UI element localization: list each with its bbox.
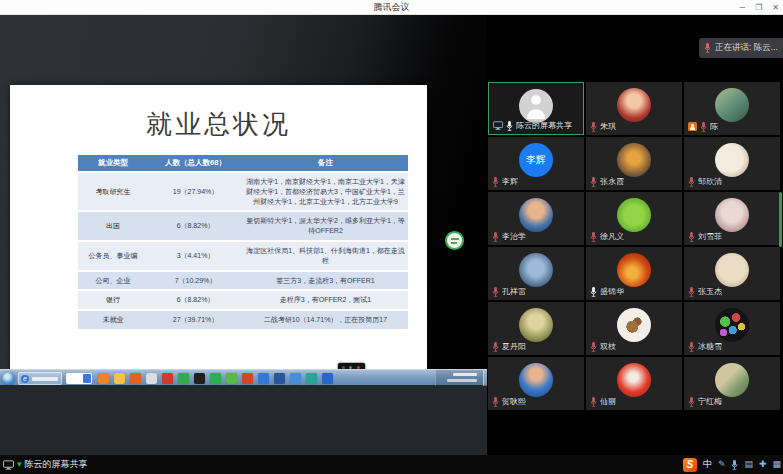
video-tile[interactable]: 陈 [684,82,780,135]
col-header-count: 人数（总人数68） [148,155,243,172]
participant-name: 盛锦华 [600,286,624,297]
participant-name: 张永霞 [600,176,624,187]
video-tile[interactable]: 孔祥雷 [488,247,584,300]
avatar [519,198,553,232]
avatar [519,308,553,342]
grid-scrollbar[interactable] [779,192,782,247]
video-tile[interactable]: 宁红梅 [684,357,780,410]
table-row: 公司、企业 7（10.29%） 签三方3，走流程3，有OFFER1 [78,271,408,291]
screen-share-status: ▾ 陈云的屏幕共享 [3,455,88,474]
mic-muted-icon [688,397,695,407]
maximize-button[interactable]: ❐ [755,0,762,15]
video-tile[interactable]: 朱琪 [586,82,682,135]
minimize-button[interactable]: ─ [739,0,745,15]
taskbar-search-box [66,373,92,384]
avatar [519,363,553,397]
title-bar: 腾讯会议 ─ ❐ ✕ [0,0,783,15]
monitor-icon [3,460,14,470]
mic-icon [704,43,711,53]
shared-windows-taskbar: e [0,369,487,385]
lang-mode-indicator[interactable]: 中 [703,458,712,471]
video-tile[interactable]: 双枝 [586,302,682,355]
taskbar-app-icons [98,373,333,384]
participant-name: 徐凡义 [600,231,624,242]
avatar [617,198,651,232]
col-header-type: 就业类型 [78,155,148,172]
ie-icon: e [21,375,29,383]
avatar: 李辉 [519,143,553,177]
participant-name: 陈 [710,121,718,132]
app-icon [226,373,237,384]
mic-muted-icon [688,232,695,242]
video-tile[interactable]: 邹欣清 [684,137,780,190]
app-icon [242,373,253,384]
app-icon [178,373,189,384]
video-tile[interactable]: 李治学 [488,192,584,245]
voice-input-icon[interactable] [731,460,738,470]
shared-screen-pane[interactable]: 就业总状况 就业类型 人数（总人数68） 备注 考取研究生 19（27.94%）… [0,15,487,455]
mic-muted-icon [492,177,499,187]
avatar [715,198,749,232]
mic-muted-icon [492,397,499,407]
mic-muted-icon [492,287,499,297]
sogou-logo-icon[interactable]: S [683,458,697,472]
avatar [715,308,749,342]
mic-muted-icon [590,342,597,352]
video-tile[interactable]: 夏丹阳 [488,302,584,355]
participant-name: 邹欣清 [698,176,722,187]
video-tile[interactable]: 贺耿熙 [488,357,584,410]
mic-muted-icon [590,122,597,132]
app-icon [290,373,301,384]
input-method-toolbar: S 中 ✎ ▤ ✚ ▦ [683,455,781,474]
start-orb-icon [2,372,15,385]
avatar [617,308,651,342]
app-icon [162,373,173,384]
table-row: 公务员、事业编 3（4.41%） 海淀区社保局1、科技部1、什刹海街道1，都在走… [78,241,408,271]
video-tile[interactable]: 刘雪菲 [684,192,780,245]
participant-name: 李治学 [502,231,526,242]
avatar [715,363,749,397]
avatar [617,88,651,122]
avatar [519,89,553,123]
keyboard-icon[interactable]: ▤ [744,455,753,474]
participant-name: 宁红梅 [698,396,722,407]
table-row: 出国 6（8.82%） 曼切斯特大学1，渥太华大学2，维多利亚大学1，等待OFF… [78,211,408,241]
col-header-note: 备注 [243,155,408,172]
video-tile[interactable]: 李辉 李辉 [488,137,584,190]
video-tile[interactable]: 冰糖雪 [684,302,780,355]
app-icon [306,373,317,384]
participant-name: 贺耿熙 [502,396,526,407]
share-label: 陈云的屏幕共享 [25,458,88,471]
avatar [519,253,553,287]
video-tile[interactable]: 盛锦华 [586,247,682,300]
mic-muted-icon [590,177,597,187]
participant-name: 孔祥雷 [502,286,526,297]
video-tile[interactable]: 仙丽 [586,357,682,410]
taskbar-system-tray [435,370,487,386]
app-icon [114,373,125,384]
slide-title: 就业总状况 [10,107,427,142]
grid-icon[interactable]: ▦ [772,455,781,474]
participant-name: 双枝 [600,341,616,352]
close-button[interactable]: ✕ [772,0,779,15]
member-badge-icon [688,122,697,131]
avatar [617,363,651,397]
app-icon [258,373,269,384]
avatar [715,253,749,287]
table-row: 银行 6（8.82%） 走程序3，有OFFER2，面试1 [78,290,408,310]
participant-name: 夏丹阳 [502,341,526,352]
table-header-row: 就业类型 人数（总人数68） 备注 [78,155,408,172]
pen-icon[interactable]: ✎ [718,455,726,474]
mic-muted-icon [492,232,499,242]
mic-icon [506,121,513,131]
mic-muted-icon [590,397,597,407]
toolbox-icon[interactable]: ✚ [759,455,767,474]
browser-taskbar-button: e [18,372,62,385]
video-tile[interactable]: 张玉杰 [684,247,780,300]
mic-muted-icon [590,232,597,242]
video-tile[interactable]: 张永霞 [586,137,682,190]
speaking-indicator: 正在讲话: 陈云... [699,38,783,58]
participant-name: 冰糖雪 [698,341,722,352]
video-tile-self-share[interactable]: 陈云的屏幕共享 [488,82,584,135]
video-tile[interactable]: 徐凡义 [586,192,682,245]
